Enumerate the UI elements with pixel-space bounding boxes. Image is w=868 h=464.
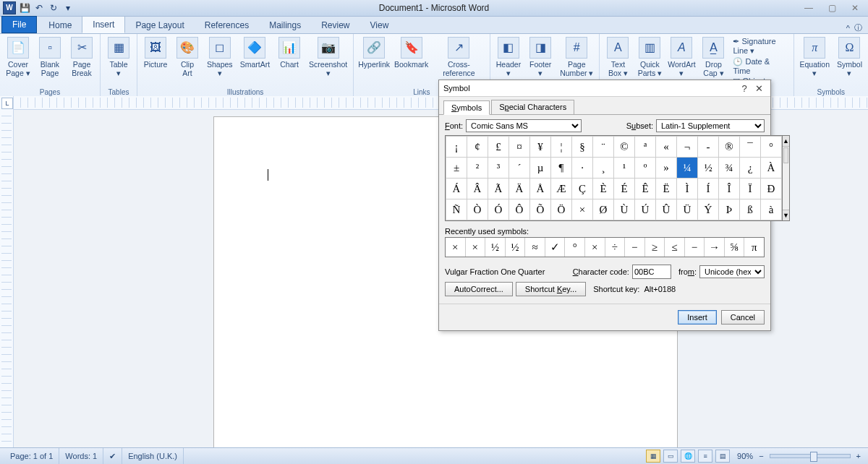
symbol-cell[interactable]: ¹ — [614, 158, 635, 179]
symbol-cell[interactable]: Ê — [635, 179, 656, 199]
subset-select[interactable]: Latin-1 Supplement — [656, 119, 765, 132]
recent-symbol-cell[interactable]: ≤ — [665, 238, 685, 257]
dialog-close-button[interactable]: ✕ — [752, 83, 766, 94]
screenshot-button[interactable]: 📷Screenshot ▾ — [306, 35, 350, 87]
symbol-cell[interactable]: ´ — [509, 158, 530, 179]
status-words[interactable]: Words: 1 — [59, 448, 103, 464]
symbol-cell[interactable]: ² — [467, 158, 488, 179]
recent-symbol-cell[interactable]: ½ — [485, 238, 506, 257]
recent-symbol-cell[interactable]: × — [446, 238, 466, 257]
symbol-grid[interactable]: ¡¢£¤¥¦§¨©ª«¬­-®¯°±²³´µ¶·¸¹º»¼½¾¿ÀÁÂÃÄÅÆÇ… — [445, 135, 783, 221]
symbol-cell[interactable]: È — [593, 179, 614, 199]
from-select[interactable]: Unicode (hex) — [699, 265, 765, 278]
picture-button[interactable]: 🖼Picture — [140, 35, 171, 87]
vertical-ruler[interactable]: L — [0, 96, 14, 448]
recent-symbol-cell[interactable]: → — [705, 238, 725, 257]
symbol-cell[interactable]: µ — [530, 158, 551, 179]
symbol-cell[interactable]: Ë — [656, 179, 677, 199]
symbol-cell[interactable]: Ñ — [446, 199, 467, 220]
symbol-cell[interactable]: º — [635, 158, 656, 179]
scroll-down-icon[interactable]: ▼ — [783, 210, 789, 220]
symbol-button[interactable]: ΩSymbol ▾ — [834, 35, 865, 87]
minimize-button[interactable]: — — [799, 2, 819, 14]
symbol-cell[interactable]: Î — [719, 179, 740, 199]
hyperlink-button[interactable]: 🔗Hyperlink — [357, 35, 391, 87]
signature-line-button[interactable]: ✒ Signature Line ▾ — [733, 37, 787, 56]
symbol-cell[interactable]: Í — [698, 179, 719, 199]
symbol-cell[interactable]: Ò — [467, 199, 488, 220]
tab-view[interactable]: View — [360, 17, 399, 33]
cover-page-button[interactable]: 📄Cover Page ▾ — [3, 35, 33, 87]
zoom-in-button[interactable]: + — [854, 452, 864, 460]
ribbon-minimize-icon[interactable]: ^ — [846, 24, 850, 33]
symbol-cell[interactable]: Â — [467, 179, 488, 199]
recent-symbol-cell[interactable]: ≈ — [525, 238, 545, 257]
recent-symbol-cell[interactable]: π — [744, 238, 764, 257]
recent-symbol-cell[interactable]: ≥ — [645, 238, 665, 257]
symbol-cell[interactable]: ¬ — [677, 137, 698, 158]
tab-references[interactable]: References — [195, 17, 259, 33]
status-page[interactable]: Page: 1 of 1 — [4, 448, 59, 464]
smartart-button[interactable]: 🔷SmartArt — [237, 35, 273, 87]
view-outline[interactable]: ≡ — [698, 450, 712, 463]
tab-insert[interactable]: Insert — [82, 16, 125, 33]
zoom-slider-thumb[interactable] — [810, 452, 817, 462]
symbol-cell[interactable]: Ç — [572, 179, 593, 199]
recent-symbol-cell[interactable]: ⅝ — [725, 238, 745, 257]
symbol-cell[interactable]: ¨ — [593, 137, 614, 158]
symbol-cell[interactable]: Ä — [509, 179, 530, 199]
page-break-button[interactable]: ✂Page Break — [67, 35, 97, 87]
date-time-button[interactable]: 🕒 Date & Time — [733, 57, 787, 75]
status-language[interactable]: English (U.K.) — [122, 448, 184, 464]
tab-selector-icon[interactable]: L — [1, 98, 13, 109]
symbol-cell[interactable]: Ù — [614, 199, 635, 220]
symbol-cell[interactable]: ¯ — [740, 137, 761, 158]
zoom-out-button[interactable]: − — [756, 452, 766, 460]
tab-review[interactable]: Review — [311, 17, 359, 33]
recent-symbol-cell[interactable]: × — [466, 238, 486, 257]
tab-file[interactable]: File — [1, 16, 37, 33]
symbol-cell[interactable]: ± — [446, 158, 467, 179]
equation-button[interactable]: πEquation ▾ — [797, 35, 833, 87]
symbol-cell[interactable]: × — [572, 199, 593, 220]
tab-mailings[interactable]: Mailings — [259, 17, 311, 33]
clip-art-button[interactable]: 🎨Clip Art — [172, 35, 203, 87]
symbol-cell[interactable]: Ì — [677, 179, 698, 199]
blank-page-button[interactable]: ▫Blank Page — [35, 35, 65, 87]
recent-symbol-cell[interactable]: ÷ — [605, 238, 626, 257]
symbol-cell[interactable]: Ü — [677, 199, 698, 220]
symbol-cell[interactable]: Ã — [488, 179, 509, 199]
symbol-cell[interactable]: Ï — [740, 179, 761, 199]
symbol-cell[interactable]: ­- — [698, 137, 719, 158]
symbol-cell[interactable]: ß — [740, 199, 761, 220]
table-button[interactable]: ▦Table ▾ — [103, 35, 134, 87]
symbol-cell[interactable]: ¦ — [551, 137, 572, 158]
tab-page-layout[interactable]: Page Layout — [125, 17, 194, 33]
symbol-cell[interactable]: Ø — [593, 199, 614, 220]
font-select[interactable]: Comic Sans MS — [466, 119, 582, 132]
symbol-cell[interactable]: ½ — [698, 158, 719, 179]
bookmark-button[interactable]: 🔖Bookmark — [393, 35, 430, 87]
symbol-cell[interactable]: Á — [446, 179, 467, 199]
symbol-cell[interactable]: ¤ — [509, 137, 530, 158]
autocorrect-button[interactable]: AutoCorrect... — [445, 282, 513, 296]
symbol-cell[interactable]: ¿ — [740, 158, 761, 179]
help-icon[interactable]: ⓘ — [854, 22, 862, 33]
symbol-cell[interactable]: Ö — [551, 199, 572, 220]
symbol-cell[interactable]: » — [656, 158, 677, 179]
symbol-cell[interactable]: £ — [488, 137, 509, 158]
recent-symbol-cell[interactable]: × — [585, 238, 605, 257]
symbol-cell[interactable]: © — [614, 137, 635, 158]
recent-symbol-cell[interactable]: ° — [565, 238, 585, 257]
symbol-cell[interactable]: Å — [530, 179, 551, 199]
symbol-cell[interactable]: ¾ — [719, 158, 740, 179]
symbol-cell[interactable]: É — [614, 179, 635, 199]
symbol-cell[interactable]: ¡ — [446, 137, 467, 158]
zoom-slider[interactable] — [770, 454, 851, 458]
insert-button[interactable]: Insert — [678, 310, 717, 325]
symbol-cell[interactable]: ¥ — [530, 137, 551, 158]
symbol-cell[interactable]: ¢ — [467, 137, 488, 158]
close-button[interactable]: ✕ — [845, 2, 865, 14]
recent-symbol-cell[interactable]: ½ — [506, 238, 526, 257]
symbol-cell[interactable]: ¸ — [593, 158, 614, 179]
